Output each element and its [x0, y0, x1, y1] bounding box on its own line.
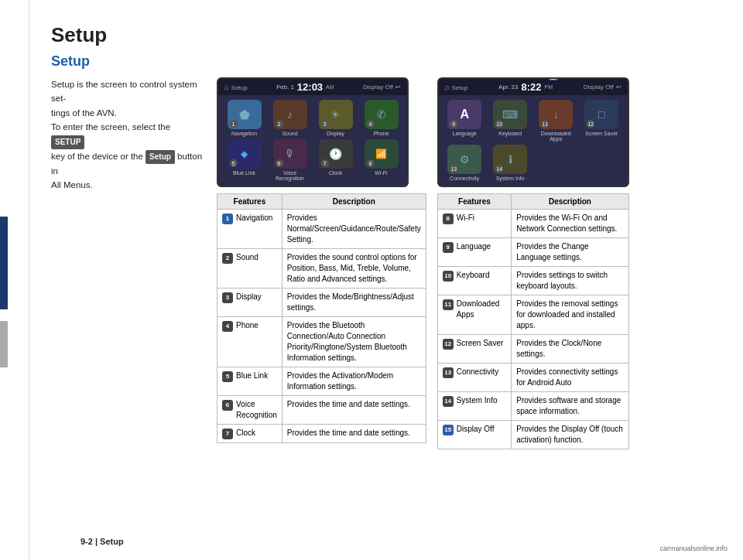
setup-btn: SETUP — [51, 135, 84, 149]
left-panel: ⌂ Setup Feb. 1 12:03 AM Display Off ↩ — [217, 77, 426, 443]
table1-header-description: Description — [282, 194, 426, 210]
table1-desc-clock: Provides the time and date settings. — [282, 425, 426, 443]
table1-feature-phone: 4 Phone — [217, 317, 282, 367]
screen2-mockup: ⌂ Setup 15 Apr. 23 8:22 PM Display Off ↩ — [437, 77, 629, 187]
table1-feature-sound: 2 Sound — [217, 249, 282, 289]
screen1-time: 12:03 — [297, 81, 323, 93]
table-row: 1 Navigation Provides Normal/Screen/Guid… — [217, 210, 426, 249]
left-sidebar — [0, 0, 29, 560]
screen2-display-off[interactable]: Display Off ↩ — [584, 84, 621, 90]
table2-desc-wifi: Provides the Wi-Fi On and Network Connec… — [512, 210, 628, 238]
screen1-icon-bluelink[interactable]: ◆ 5 Blue Link — [223, 139, 265, 181]
table-row: 9 Language Provides the Change Language … — [437, 238, 628, 267]
table1-feature-clock: 7 Clock — [217, 425, 282, 443]
table2-desc-downloaded-apps: Provides the removal settings for downlo… — [512, 295, 628, 335]
table2-feature-keyboard: 10 Keyboard — [437, 267, 512, 295]
table2-header-features: Features — [437, 194, 512, 210]
table2-header-description: Description — [512, 194, 628, 210]
features-table-1: Features Description 1 Navigation — [217, 193, 426, 443]
screen1-icon-clock[interactable]: 🕐 7 Clock — [314, 139, 357, 181]
right-panel: ⌂ Setup 15 Apr. 23 8:22 PM Display Off ↩ — [437, 77, 629, 449]
table-row: 15 Display Off Provides the Display Off … — [437, 421, 628, 449]
table-row: 4 Phone Provides the Bluetooth Connectio… — [217, 317, 426, 367]
screen1-icon-sound[interactable]: ♪ 2 Sound — [269, 100, 311, 136]
screen2-icon-language[interactable]: A 9 Language — [443, 100, 486, 142]
intro-line6: All Menus. — [51, 180, 93, 190]
screen2-ampm: PM — [545, 84, 553, 90]
screen2-icons-grid: A 9 Language ⌨ 10 Keyboard — [439, 95, 628, 186]
page-container: Setup Setup Setup is the screen to contr… — [0, 0, 743, 560]
main-content: Setup Setup Setup is the screen to contr… — [29, 0, 743, 560]
screen1-display-off[interactable]: Display Off ↩ — [363, 84, 401, 90]
screen1-home-icon: ⌂ Setup — [224, 83, 248, 91]
setup-btn2: Setup — [146, 150, 175, 164]
screen2-empty2 — [580, 145, 623, 181]
table1-desc-voice: Provides the time and date settings. — [282, 396, 426, 425]
intro-line3: To enter the screen, select the — [51, 122, 170, 131]
screen2-icon-downloaded-apps[interactable]: ↓ 11 Downloaded Apps — [535, 100, 577, 142]
table-row: 5 Blue Link Provides the Activation/Mode… — [217, 367, 426, 396]
table-row: 14 System Info Provides software and sto… — [437, 392, 628, 421]
screen2-time: 8:22 — [521, 81, 541, 93]
intro-line4: key of the device or the — [51, 152, 143, 161]
table2-feature-connectivity: 13 Connectivity — [437, 364, 512, 392]
table-row: 6 Voice Recognition Provides the time an… — [217, 396, 426, 425]
table1-feature-navigation: 1 Navigation — [217, 210, 282, 249]
table1-desc-display: Provides the Mode/Brightness/Adjust sett… — [282, 289, 426, 317]
table1-feature-bluelink: 5 Blue Link — [217, 367, 282, 396]
table-row: 11 Downloaded Apps Provides the removal … — [437, 295, 628, 335]
badge-15: 15 — [548, 77, 559, 80]
table1-desc-bluelink: Provides the Activation/Modem Informatio… — [282, 367, 426, 396]
table-row: 10 Keyboard Provides settings to switch … — [437, 267, 628, 295]
table2-desc-system-info: Provides software and storage space info… — [512, 392, 628, 421]
table2-feature-screen-saver: 12 Screen Saver — [437, 335, 512, 364]
screen2-empty1 — [535, 145, 577, 181]
screen2-icon-system-info[interactable]: ℹ 14 System Info — [489, 145, 532, 181]
table2-feature-wifi: 8 Wi-Fi — [437, 210, 512, 238]
screen1-icon-voice[interactable]: 🎙 6 Voice Recognition — [269, 139, 311, 181]
table2-feature-downloaded-apps: 11 Downloaded Apps — [437, 295, 512, 335]
intro-col: Setup is the screen to control system se… — [51, 77, 206, 200]
screen2-icon-screen-saver[interactable]: □ 12 Screen Saver — [580, 100, 623, 142]
screen2-home-icon: ⌂ Setup — [445, 83, 468, 91]
watermark: carmanualsonline.info — [659, 545, 728, 552]
table2-desc-connectivity: Provides connectivity settings for Andro… — [512, 364, 628, 392]
table-row: 13 Connectivity Provides connectivity se… — [437, 364, 628, 392]
screen1-icon-navigation[interactable]: ⬟ 1 Navigation — [223, 100, 265, 136]
table1-desc-navigation: Provides Normal/Screen/Guidance/Route/Sa… — [282, 210, 426, 249]
intro-line1: Setup is the screen to control system se… — [51, 80, 197, 103]
table2-desc-screen-saver: Provides the Clock/None settings. — [512, 335, 628, 364]
screen2-icon-connectivity[interactable]: ⚙ 13 Connectivity — [443, 145, 486, 181]
table-row: 7 Clock Provides the time and date setti… — [217, 425, 426, 443]
screen2-header: ⌂ Setup 15 Apr. 23 8:22 PM Display Off ↩ — [439, 79, 628, 95]
panels-row: Setup is the screen to control system se… — [51, 77, 721, 449]
table1-desc-phone: Provides the Bluetooth Connection/Auto C… — [282, 317, 426, 367]
screen1-icons-grid: ⬟ 1 Navigation ♪ 2 Sound — [218, 95, 407, 186]
gray-tab — [0, 321, 8, 367]
table2-desc-keyboard: Provides settings to switch keyboard lay… — [512, 267, 628, 295]
blue-tab — [0, 217, 8, 309]
table2-desc-display-off: Provides the Display Off (touch activati… — [512, 421, 628, 449]
table-row: 2 Sound Provides the sound control optio… — [217, 249, 426, 289]
table1-header-features: Features — [217, 194, 282, 210]
table1-feature-display: 3 Display — [217, 289, 282, 317]
page-title: Setup — [51, 23, 721, 47]
table-row: 12 Screen Saver Provides the Clock/None … — [437, 335, 628, 364]
table2-feature-language: 9 Language — [437, 238, 512, 267]
features-table-2: Features Description 8 Wi-Fi — [437, 193, 629, 449]
table2-feature-display-off: 15 Display Off — [437, 421, 512, 449]
screen2-icon-keyboard[interactable]: ⌨ 10 Keyboard — [489, 100, 532, 142]
table1-desc-sound: Provides the sound control options for P… — [282, 249, 426, 289]
screen1-mockup: ⌂ Setup Feb. 1 12:03 AM Display Off ↩ — [217, 77, 409, 187]
screen1-icon-phone[interactable]: ✆ 4 Phone — [360, 100, 402, 136]
screen1-icon-wifi[interactable]: 📶 8 Wi-Fi — [360, 139, 402, 181]
screen1-date: Feb. 1 — [276, 84, 294, 90]
table2-feature-system-info: 14 System Info — [437, 392, 512, 421]
intro-line2: tings of the AVN. — [51, 108, 117, 118]
table2-desc-language: Provides the Change Language settings. — [512, 238, 628, 267]
screen2-date: Apr. 23 — [498, 84, 518, 90]
section-title: Setup — [51, 53, 721, 70]
table-row: 8 Wi-Fi Provides the Wi-Fi On and Networ… — [437, 210, 628, 238]
screen1-icon-display[interactable]: ☀ 3 Display — [314, 100, 357, 136]
table1-feature-voice: 6 Voice Recognition — [217, 396, 282, 425]
